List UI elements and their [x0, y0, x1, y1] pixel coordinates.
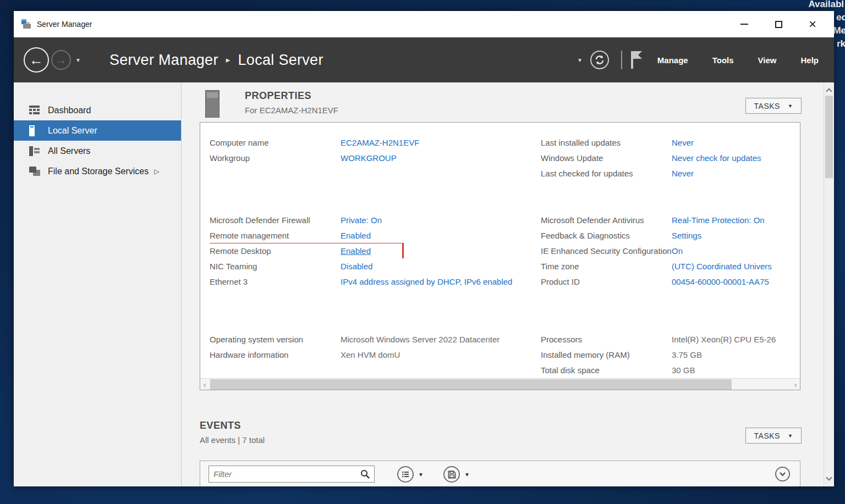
caret-down-icon[interactable]: ▼ [418, 472, 424, 478]
server-icon [29, 126, 40, 136]
vertical-scrollbar-thumb[interactable] [825, 96, 833, 178]
scroll-left-icon[interactable]: ‹ [200, 379, 209, 390]
property-value[interactable]: (UTC) Coordinated Univers [672, 262, 772, 271]
property-row: Remote managementEnabled [210, 228, 533, 243]
property-value[interactable]: EC2AMAZ-H2N1EVF [341, 138, 419, 147]
horizontal-scrollbar[interactable]: ‹ › [200, 378, 800, 390]
refresh-button[interactable] [590, 51, 609, 69]
vertical-scrollbar[interactable] [824, 82, 834, 486]
property-value: Xen HVM domU [341, 350, 400, 359]
menu-help[interactable]: Help [800, 56, 819, 65]
breadcrumb: Server Manager ▸ Local Server [109, 52, 323, 69]
filter-options-button[interactable] [397, 466, 414, 483]
property-value[interactable]: Never [672, 169, 694, 178]
save-query-button[interactable] [443, 466, 460, 483]
server-dropdown[interactable]: ▼ [577, 57, 583, 63]
sidebar-item-all-servers[interactable]: All Servers [14, 141, 181, 161]
properties-subtitle: For EC2AMAZ-H2N1EVF [245, 106, 338, 115]
tasks-label: TASKS [754, 431, 780, 440]
row-spacer [541, 181, 800, 212]
breadcrumb-current[interactable]: Local Server [238, 52, 323, 69]
property-value[interactable]: WORKGROUP [341, 153, 397, 163]
properties-tasks-button[interactable]: TASKS ▼ [745, 98, 802, 114]
property-row-highlighted: Remote DesktopEnabled [210, 243, 533, 258]
property-row: Microsoft Defender AntivirusReal-Time Pr… [541, 212, 800, 228]
dashboard-icon [29, 106, 40, 115]
history-dropdown[interactable]: ▼ [75, 57, 81, 63]
property-label: Operating system version [210, 335, 341, 344]
property-label: Last checked for updates [541, 169, 672, 178]
property-value[interactable]: IPv4 address assigned by DHCP, IPv6 enab… [341, 277, 512, 286]
property-value[interactable]: Enabled [341, 231, 371, 240]
property-value[interactable]: Real-Time Protection: On [672, 215, 765, 225]
expand-arrow-icon[interactable]: ▷ [154, 168, 159, 175]
property-value[interactable]: Private: On [341, 215, 382, 225]
menu-tools[interactable]: Tools [712, 56, 734, 65]
horizontal-scrollbar-thumb[interactable] [210, 379, 732, 390]
all-servers-icon [29, 146, 40, 156]
scroll-down-icon[interactable] [826, 474, 832, 480]
notifications-flag-icon[interactable] [629, 50, 643, 70]
sidebar-item-dashboard[interactable]: Dashboard [14, 100, 181, 120]
breadcrumb-root[interactable]: Server Manager [109, 52, 218, 69]
property-label: Hardware information [210, 350, 341, 359]
property-row: Total disk space30 GB [541, 362, 800, 378]
property-label: Workgroup [210, 153, 341, 163]
caret-down-icon[interactable]: ▼ [464, 472, 470, 478]
desktop-text-fragment: Me [833, 25, 845, 36]
property-value[interactable]: Enabled [341, 246, 371, 256]
content-area: DashboardLocal ServerAll ServersFile and… [14, 82, 834, 486]
menu-view[interactable]: View [758, 56, 777, 65]
sidebar-item-label: Local Server [48, 126, 97, 136]
property-value[interactable]: Never [672, 138, 694, 147]
sidebar-item-local-server[interactable]: Local Server [14, 120, 181, 141]
window-title: Server Manager [37, 20, 92, 29]
property-label: Time zone [541, 262, 672, 271]
property-row: Windows UpdateNever check for updates [541, 150, 800, 165]
events-subtitle: All events | 7 total [200, 435, 265, 445]
back-button[interactable]: ← [24, 47, 49, 73]
property-value[interactable]: 00454-60000-00001-AA75 [672, 277, 769, 286]
property-label: Remote Desktop [210, 246, 341, 256]
property-value[interactable]: Settings [672, 231, 701, 240]
sidebar-item-file-and-storage-services[interactable]: File and Storage Services▷ [14, 161, 181, 181]
caret-down-icon: ▼ [788, 433, 793, 439]
minimize-icon [740, 24, 748, 25]
row-spacer [541, 289, 800, 331]
forward-button[interactable]: → [51, 50, 71, 70]
list-icon [401, 470, 410, 479]
property-row: Ethernet 3IPv4 address assigned by DHCP,… [210, 274, 533, 289]
close-button[interactable]: × [795, 11, 830, 37]
property-value[interactable]: On [672, 246, 683, 256]
app-icon [20, 18, 32, 30]
scroll-right-icon[interactable]: › [791, 379, 800, 390]
property-value: Microsoft Windows Server 2022 Datacenter [341, 335, 500, 344]
filter-input[interactable] [209, 469, 360, 479]
property-row: IE Enhanced Security ConfigurationOn [541, 243, 800, 258]
events-title: EVENTS [200, 420, 241, 431]
minimize-button[interactable] [727, 11, 761, 37]
property-value: Intel(R) Xeon(R) CPU E5-26 [672, 335, 776, 344]
property-value[interactable]: Disabled [341, 262, 372, 271]
property-label: Microsoft Defender Firewall [210, 215, 341, 225]
events-tasks-button[interactable]: TASKS ▼ [745, 428, 802, 444]
maximize-button[interactable] [761, 11, 795, 37]
refresh-icon [594, 54, 605, 65]
property-value: 3.75 GB [672, 350, 702, 359]
property-row: Feedback & DiagnosticsSettings [541, 228, 800, 243]
title-bar[interactable]: Server Manager × [14, 11, 834, 37]
row-spacer [210, 165, 533, 212]
desktop-text-fragment: ec [836, 12, 845, 23]
collapse-section-button[interactable] [775, 467, 790, 481]
property-label: Feedback & Diagnostics [541, 231, 672, 240]
property-label: NIC Teaming [210, 262, 341, 271]
property-row: Hardware informationXen HVM domU [210, 347, 533, 362]
menu-manage[interactable]: Manage [657, 56, 688, 65]
filter-field [208, 466, 375, 483]
property-value[interactable]: Never check for updates [672, 153, 761, 163]
sidebar-item-label: All Servers [48, 146, 90, 156]
properties-title: PROPERTIES [245, 90, 311, 102]
desktop-background: Availabl ec Me rk Server Manager × [0, 0, 845, 504]
scroll-up-icon[interactable] [826, 88, 832, 94]
server-properties-icon [205, 90, 220, 118]
